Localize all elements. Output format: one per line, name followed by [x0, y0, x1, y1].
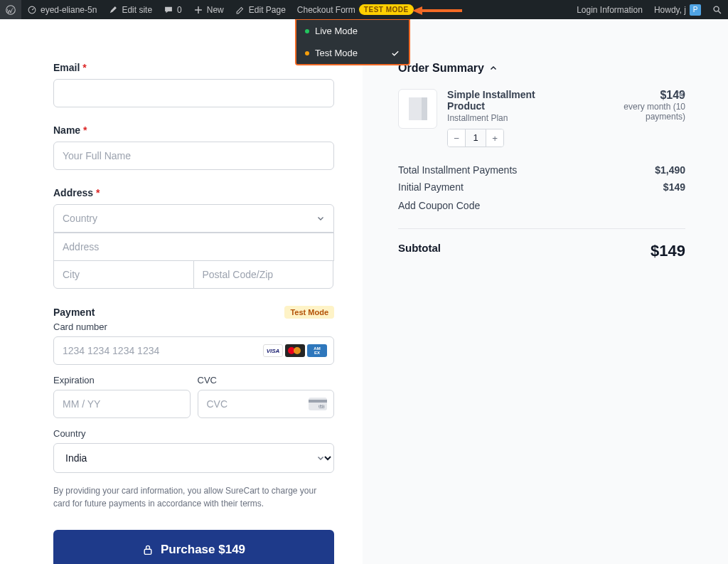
initial-payment-row: Initial Payment $149 — [398, 179, 685, 196]
dashboard-icon — [27, 5, 37, 15]
add-coupon-link[interactable]: Add Coupon Code — [398, 196, 685, 224]
login-info-label: Login Information — [577, 5, 643, 15]
svg-point-2 — [714, 6, 719, 11]
test-mode-badge: TEST MODE — [359, 4, 414, 15]
edit-site-item[interactable]: Edit site — [102, 0, 158, 19]
new-item[interactable]: New — [188, 0, 230, 19]
expiration-input[interactable] — [53, 390, 191, 418]
qty-value: 1 — [465, 129, 486, 147]
name-input[interactable] — [53, 142, 334, 170]
login-info-item[interactable]: Login Information — [571, 0, 648, 19]
pencil-icon — [235, 5, 245, 15]
payment-country-label: Country — [53, 428, 334, 439]
subtotal-row: Subtotal $149 — [398, 228, 685, 260]
visa-icon: VISA — [263, 344, 283, 357]
payment-test-badge: Test Mode — [284, 306, 334, 319]
edit-page-item[interactable]: Edit Page — [230, 0, 291, 19]
checkout-form-item[interactable]: Checkout Form TEST MODE — [291, 0, 419, 19]
qty-decrease-button[interactable]: − — [448, 129, 465, 147]
wordpress-icon — [6, 5, 16, 15]
cvc-label: CVC — [198, 375, 335, 385]
svg-rect-6 — [309, 400, 327, 403]
email-input[interactable] — [53, 79, 334, 107]
email-group: Email * — [53, 62, 334, 107]
wp-admin-bar: eyed-eliane-5n Edit site 0 New Edit Page… — [0, 0, 728, 19]
payment-country-select[interactable]: India — [53, 443, 334, 473]
fine-print: By providing your card information, you … — [53, 484, 334, 510]
item-cadence: every month (10 payments) — [583, 102, 685, 122]
item-price: $149 — [583, 89, 685, 102]
dot-icon — [305, 51, 309, 55]
product-name: Simple Installment Product — [447, 89, 573, 112]
dot-icon — [305, 29, 309, 33]
wp-logo[interactable] — [0, 0, 21, 19]
total-installment-row: Total Installment Payments $1,490 — [398, 161, 685, 179]
cvc-card-icon: 123 — [309, 398, 327, 410]
checkout-page: Email * Name * Address * — [0, 19, 728, 564]
mode-option-test[interactable]: Test Mode — [296, 42, 409, 64]
purchase-button[interactable]: Purchase $149 — [53, 530, 334, 564]
mode-option-live[interactable]: Live Mode — [296, 20, 409, 42]
card-number-label: Card number — [53, 321, 334, 332]
product-plan: Installment Plan — [447, 113, 573, 123]
address-country-select[interactable] — [53, 204, 334, 233]
check-icon — [390, 48, 400, 58]
edit-site-label: Edit site — [122, 5, 152, 15]
email-label: Email * — [53, 62, 334, 73]
remove-item-button[interactable]: ✕ — [677, 89, 685, 100]
search-item[interactable] — [707, 0, 728, 19]
order-summary-title[interactable]: Order Summary — [398, 62, 685, 75]
live-mode-label: Live Mode — [315, 26, 358, 36]
test-mode-label: Test Mode — [315, 48, 358, 58]
product-thumbnail — [398, 89, 437, 129]
summary-line-item: Simple Installment Product Installment P… — [398, 89, 685, 161]
plus-icon — [193, 5, 203, 15]
address-postal-input[interactable] — [193, 260, 334, 289]
avatar: P — [690, 4, 701, 16]
payment-label: Payment — [53, 307, 95, 318]
qty-increase-button[interactable]: + — [486, 129, 503, 147]
edit-page-label: Edit Page — [249, 5, 286, 15]
new-label: New — [207, 5, 224, 15]
checkout-form-label: Checkout Form — [297, 5, 355, 15]
howdy-label: Howdy, j — [654, 5, 686, 15]
order-summary: Order Summary Simple Installment Product… — [363, 19, 728, 564]
checkout-form: Email * Name * Address * — [0, 19, 363, 564]
comment-count: 0 — [177, 5, 182, 15]
account-item[interactable]: Howdy, j P — [648, 0, 707, 19]
svg-text:123: 123 — [318, 404, 325, 408]
site-name: eyed-eliane-5n — [41, 5, 97, 15]
payment-group: Payment Test Mode Card number VISA AMEX … — [53, 306, 334, 510]
site-name-item[interactable]: eyed-eliane-5n — [21, 0, 102, 19]
chevron-up-icon — [488, 63, 498, 73]
amex-icon: AMEX — [307, 344, 327, 357]
brush-icon — [108, 5, 118, 15]
address-label: Address * — [53, 187, 334, 198]
comments-item[interactable]: 0 — [158, 0, 188, 19]
address-street-input[interactable] — [53, 233, 334, 261]
name-label: Name * — [53, 124, 334, 136]
card-brand-icons: VISA AMEX — [263, 344, 327, 357]
mode-dropdown: Live Mode Test Mode — [295, 19, 410, 65]
name-group: Name * — [53, 124, 334, 170]
purchase-label: Purchase $149 — [161, 543, 245, 557]
address-city-input[interactable] — [53, 260, 194, 289]
address-group: Address * — [53, 187, 334, 289]
mastercard-icon — [285, 344, 305, 357]
quantity-stepper: − 1 + — [447, 129, 504, 147]
comment-icon — [164, 5, 173, 15]
search-icon — [712, 5, 722, 15]
svg-rect-9 — [144, 549, 151, 554]
expiration-label: Expiration — [53, 375, 191, 385]
lock-icon — [142, 544, 154, 555]
